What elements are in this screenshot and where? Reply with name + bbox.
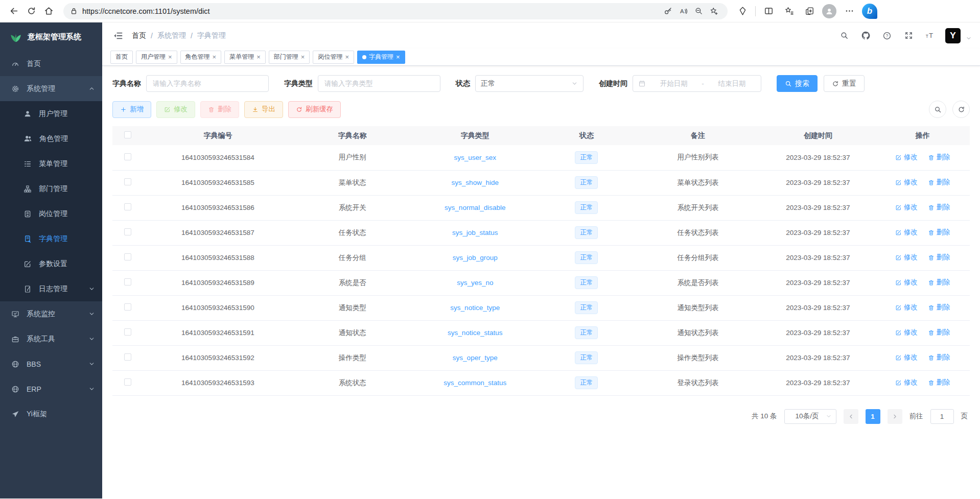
- row-delete-link[interactable]: 删除: [928, 353, 950, 362]
- dict-type-link[interactable]: sys_user_sex: [454, 154, 497, 161]
- address-bar[interactable]: https://ccnetcore.com:1101/system/dict: [63, 3, 728, 19]
- browser-back-button[interactable]: [5, 3, 22, 20]
- dict-type-link[interactable]: sys_job_group: [453, 254, 498, 262]
- sidebar-item-system-management[interactable]: 系统管理: [0, 76, 102, 101]
- reset-button[interactable]: 重置: [824, 75, 865, 92]
- browser-menu-icon[interactable]: [842, 4, 857, 19]
- dict-name-input[interactable]: [146, 75, 269, 92]
- dict-type-link[interactable]: sys_notice_type: [450, 304, 500, 312]
- edit-button[interactable]: 修改: [156, 101, 195, 118]
- dict-type-link[interactable]: sys_oper_type: [453, 354, 498, 362]
- row-edit-link[interactable]: 修改: [895, 228, 918, 237]
- tab-menu-management[interactable]: 菜单管理 ×: [224, 51, 266, 64]
- row-edit-link[interactable]: 修改: [895, 178, 918, 187]
- sidebar-item-yi-framework[interactable]: Yi框架: [0, 401, 102, 426]
- sidebar-item-parameter-settings[interactable]: 参数设置: [0, 251, 102, 276]
- dict-type-link[interactable]: sys_normal_disable: [445, 204, 505, 211]
- sidebar-item-role-management[interactable]: 角色管理: [0, 126, 102, 151]
- row-checkbox[interactable]: [124, 328, 131, 336]
- row-checkbox[interactable]: [124, 353, 131, 361]
- row-checkbox[interactable]: [124, 178, 131, 185]
- bing-chat-icon[interactable]: b: [862, 4, 877, 19]
- page-size-select[interactable]: 10条/页: [784, 409, 836, 424]
- dict-type-link[interactable]: sys_job_status: [452, 229, 498, 236]
- search-button[interactable]: 搜索: [777, 75, 818, 92]
- read-aloud-icon[interactable]: [675, 4, 691, 18]
- dict-type-link[interactable]: sys_notice_status: [448, 329, 502, 337]
- browser-home-button[interactable]: [40, 3, 57, 20]
- url-text[interactable]: https://ccnetcore.com:1101/system/dict: [82, 7, 660, 15]
- sidebar-item-bbs[interactable]: BBS: [0, 351, 102, 376]
- sidebar-item-erp[interactable]: ERP: [0, 376, 102, 401]
- sidebar-item-post-management[interactable]: 岗位管理: [0, 201, 102, 226]
- page-1-button[interactable]: 1: [866, 409, 880, 424]
- dict-type-input[interactable]: [318, 75, 440, 92]
- refresh-cache-button[interactable]: 刷新缓存: [288, 101, 341, 118]
- password-key-icon[interactable]: [660, 4, 675, 18]
- tab-user-management[interactable]: 用户管理 ×: [136, 51, 177, 64]
- next-page-button[interactable]: [888, 409, 902, 424]
- row-edit-link[interactable]: 修改: [895, 328, 918, 337]
- row-delete-link[interactable]: 删除: [928, 203, 950, 212]
- row-edit-link[interactable]: 修改: [895, 378, 918, 387]
- browser-essentials-icon[interactable]: [735, 4, 750, 19]
- row-delete-link[interactable]: 删除: [928, 178, 950, 187]
- date-start-placeholder[interactable]: 开始日期: [650, 79, 697, 88]
- tab-close-icon[interactable]: ×: [168, 54, 172, 60]
- breadcrumb-system[interactable]: 系统管理: [157, 31, 186, 40]
- row-delete-link[interactable]: 删除: [928, 153, 950, 162]
- header-search-icon[interactable]: [838, 30, 850, 42]
- avatar-caret-icon[interactable]: [966, 35, 972, 41]
- tab-close-icon[interactable]: ×: [256, 54, 261, 60]
- sidebar-item-system-monitor[interactable]: 系统监控: [0, 301, 102, 326]
- row-checkbox[interactable]: [124, 203, 131, 210]
- row-edit-link[interactable]: 修改: [895, 278, 918, 287]
- row-checkbox[interactable]: [124, 278, 131, 286]
- browser-reload-button[interactable]: [22, 3, 40, 20]
- row-checkbox[interactable]: [124, 253, 131, 260]
- tab-department-management[interactable]: 部门管理 ×: [269, 51, 310, 64]
- row-checkbox[interactable]: [124, 153, 131, 160]
- row-edit-link[interactable]: 修改: [895, 253, 918, 262]
- sidebar-fold-icon[interactable]: [110, 28, 126, 43]
- sidebar-item-dict-management[interactable]: 字典管理: [0, 226, 102, 251]
- row-delete-link[interactable]: 删除: [928, 378, 950, 387]
- tab-role-management[interactable]: 角色管理 ×: [180, 51, 222, 64]
- browser-profile-avatar[interactable]: [822, 4, 836, 18]
- tab-post-management[interactable]: 岗位管理 ×: [313, 51, 354, 64]
- row-edit-link[interactable]: 修改: [895, 153, 918, 162]
- row-checkbox[interactable]: [124, 378, 131, 386]
- dict-type-link[interactable]: sys_show_hide: [452, 179, 499, 186]
- delete-button[interactable]: 删除: [200, 101, 239, 118]
- row-delete-link[interactable]: 删除: [928, 278, 950, 287]
- show-search-toggle-button[interactable]: [929, 101, 946, 118]
- tab-close-icon[interactable]: ×: [213, 54, 217, 60]
- split-screen-icon[interactable]: [761, 4, 776, 19]
- refresh-table-button[interactable]: [952, 101, 970, 118]
- help-icon[interactable]: [881, 30, 893, 42]
- sidebar-item-menu-management[interactable]: 菜单管理: [0, 151, 102, 176]
- row-checkbox[interactable]: [124, 303, 131, 311]
- row-edit-link[interactable]: 修改: [895, 203, 918, 212]
- prev-page-button[interactable]: [844, 409, 858, 424]
- tab-dict-management[interactable]: 字典管理 ×: [357, 51, 405, 64]
- tab-close-icon[interactable]: ×: [301, 54, 305, 60]
- date-range-picker[interactable]: 开始日期 - 结束日期: [633, 75, 761, 92]
- dict-type-link[interactable]: sys_yes_no: [457, 279, 493, 287]
- favorites-icon[interactable]: [781, 4, 797, 19]
- app-logo[interactable]: 意框架管理系统: [0, 22, 102, 51]
- collections-icon[interactable]: [802, 4, 817, 19]
- status-select[interactable]: 正常: [475, 75, 584, 92]
- sidebar-item-home[interactable]: 首页: [0, 51, 102, 76]
- row-edit-link[interactable]: 修改: [895, 353, 918, 362]
- font-size-icon[interactable]: [924, 30, 936, 42]
- user-avatar[interactable]: Y: [945, 28, 961, 43]
- row-delete-link[interactable]: 删除: [928, 303, 950, 312]
- sidebar-item-system-tools[interactable]: 系统工具: [0, 326, 102, 351]
- goto-page-input[interactable]: [930, 409, 954, 424]
- zoom-out-icon[interactable]: [691, 4, 706, 18]
- tab-home[interactable]: 首页: [110, 51, 133, 64]
- row-delete-link[interactable]: 删除: [928, 228, 950, 237]
- row-checkbox[interactable]: [124, 228, 131, 235]
- export-button[interactable]: 导出: [244, 101, 283, 118]
